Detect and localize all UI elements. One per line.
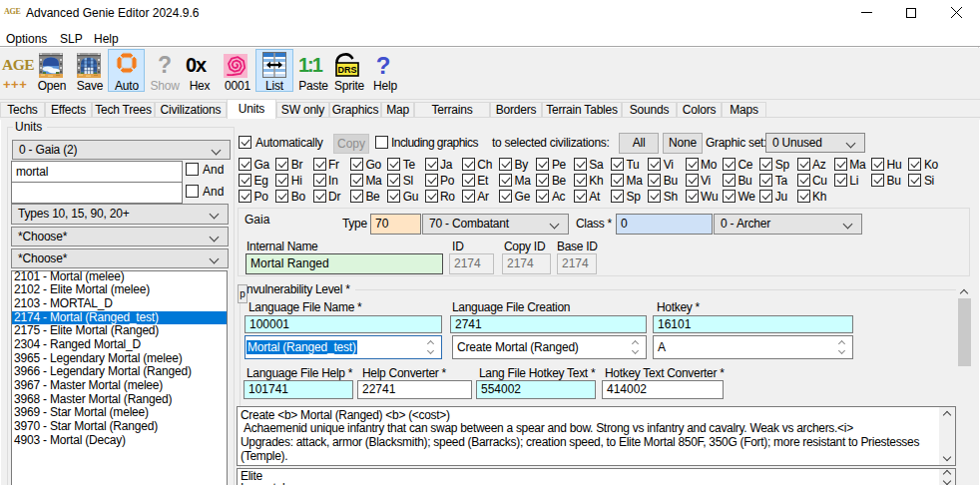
svg-text:DRS: DRS <box>337 65 356 75</box>
